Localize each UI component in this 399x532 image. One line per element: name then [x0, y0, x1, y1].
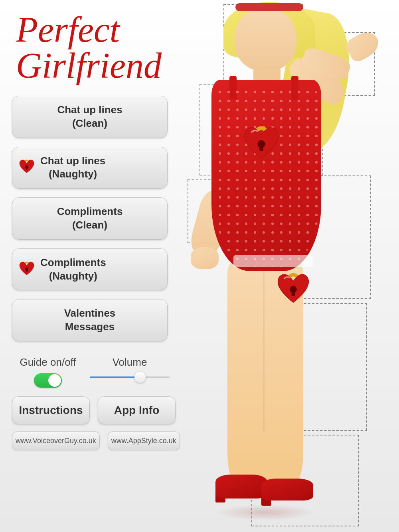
- voiceover-link-label: www.VoiceoverGuy.co.uk: [16, 437, 96, 445]
- guide-toggle[interactable]: [34, 373, 62, 388]
- appstyle-link-label: www.AppStyle.co.uk: [111, 437, 176, 445]
- compliments-naughty-lock-icon: [17, 258, 36, 281]
- heart-lock-chest: [237, 118, 285, 166]
- controls-section: Guide on/off Volume: [12, 356, 176, 388]
- app-info-label: App Info: [114, 404, 160, 416]
- instructions-label: Instructions: [19, 404, 83, 416]
- volume-group: Volume: [84, 356, 176, 378]
- heart-lock-hip: [271, 265, 315, 309]
- app-title: Perfect Girlfriend: [12, 12, 162, 84]
- compliments-clean-label: Compliments(Clean): [57, 205, 123, 232]
- girl-hand-left: [191, 247, 219, 269]
- girl-figure: [176, 0, 399, 532]
- chat-clean-button[interactable]: Chat up lines(Clean): [12, 96, 168, 138]
- volume-label: Volume: [113, 356, 147, 368]
- girl-leg-separator: [263, 271, 265, 431]
- svg-rect-5: [26, 168, 28, 170]
- title-line1: Perfect: [16, 10, 120, 49]
- girl-hand-right: [343, 28, 383, 64]
- chat-naughty-label: Chat up lines(Naughty): [40, 154, 105, 181]
- girl-hairband: [235, 3, 303, 11]
- compliments-naughty-button[interactable]: Compliments(Naughty): [12, 248, 168, 291]
- volume-slider-knob[interactable]: [134, 372, 146, 383]
- volume-slider-track[interactable]: [90, 376, 170, 378]
- chat-naughty-button[interactable]: Chat up lines(Naughty): [12, 147, 168, 189]
- title-line2: Girlfriend: [16, 46, 162, 85]
- guide-group: Guide on/off: [12, 356, 84, 388]
- svg-rect-3: [292, 292, 295, 296]
- appstyle-link[interactable]: www.AppStyle.co.uk: [108, 432, 180, 450]
- girl-reflection: [215, 504, 315, 520]
- right-panel: [176, 0, 399, 532]
- link-buttons: www.VoiceoverGuy.co.uk www.AppStyle.co.u…: [12, 432, 176, 450]
- compliments-clean-button[interactable]: Compliments(Clean): [12, 197, 168, 240]
- app-info-button[interactable]: App Info: [98, 396, 176, 424]
- girl-shoe-right: [261, 479, 313, 500]
- voiceover-link[interactable]: www.VoiceoverGuy.co.uk: [12, 432, 100, 450]
- guide-label: Guide on/off: [20, 356, 76, 368]
- instructions-button[interactable]: Instructions: [12, 396, 90, 424]
- action-buttons: Instructions App Info: [12, 396, 176, 424]
- chat-clean-label: Chat up lines(Clean): [57, 103, 122, 130]
- chat-naughty-lock-icon: [17, 156, 36, 179]
- valentines-button[interactable]: ValentinesMessages: [12, 299, 168, 341]
- compliments-naughty-label: Compliments(Naughty): [40, 256, 106, 283]
- svg-rect-1: [259, 146, 263, 151]
- svg-rect-7: [26, 270, 28, 272]
- girl-dress-dots: [215, 88, 319, 267]
- valentines-label: ValentinesMessages: [64, 307, 116, 334]
- toggle-knob: [48, 374, 61, 387]
- girl-face: [235, 7, 296, 71]
- left-panel: Perfect Girlfriend Chat up lines(Clean) …: [0, 0, 184, 532]
- girl-shoe-left: [215, 475, 267, 499]
